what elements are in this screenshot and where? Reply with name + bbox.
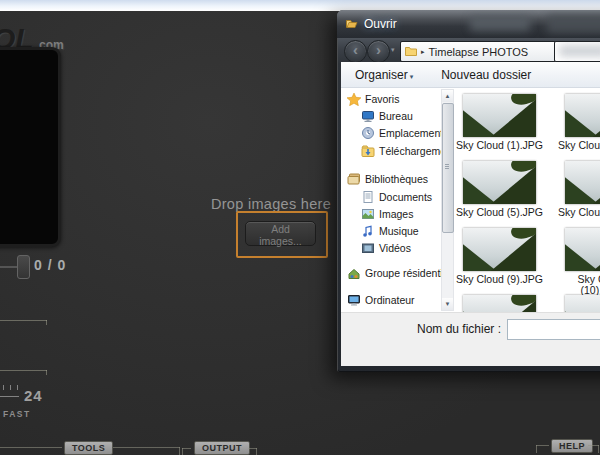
sidebar-item-musique[interactable]: Musique [361,223,419,238]
open-dialog: Ouvrir ‹ › ▾ ▸ Timelapse PHOTOS Organise… [337,10,600,372]
sidebar-item-label: Favoris [365,93,399,105]
fps-ruler-tick [10,385,11,390]
file-item[interactable]: Sky Cloud (10).JPG [565,228,600,271]
scrollbar-thumb[interactable] [442,103,454,233]
sidebar-item-emplacements[interactable]: Emplacements [361,125,443,140]
dialog-content: Organiser▾ Nouveau dossier Favoris Burea… [341,62,600,366]
music-icon [361,224,375,238]
filename-label: Nom du fichier : [391,322,501,336]
breadcrumb[interactable]: Timelapse PHOTOS [429,46,529,58]
sidebar-item-bureau[interactable]: Bureau [361,108,413,123]
panel-border-line [536,445,549,446]
history-dropdown-icon[interactable]: ▾ [391,46,395,54]
photo-thumbnail [463,295,536,312]
filename-input[interactable] [507,319,600,340]
sidebar-item-bibliotheques[interactable]: Bibliothèques [347,171,428,186]
sidebar-item-documents[interactable]: Documents [361,189,432,204]
sidebar-item-images[interactable]: Images [361,206,413,221]
file-name: Sky Cloud (2).JPG [558,140,600,151]
tree-branch [510,228,536,241]
tree-branch [510,94,536,107]
sidebar-item-label: Ordinateur [365,294,415,306]
file-name: Sky Cloud (9).JPG [456,274,543,285]
search-input[interactable] [554,41,600,62]
filename-bar: Nom du fichier : [341,312,600,366]
sidebar-item-label: Documents [379,191,432,203]
sidebar-item-telechargements[interactable]: Téléchargements [361,143,443,158]
photo-thumbnail [565,161,600,204]
frame-counter: 0 / 0 [34,257,66,273]
back-button[interactable]: ‹ [344,40,367,63]
file-item[interactable]: Sky Cloud (1).JPG [463,94,536,137]
scroll-down-icon[interactable]: ▼ [442,298,453,310]
add-images-button[interactable]: Add images... [245,221,316,246]
file-item[interactable]: Sky Cloud (5).JPG [463,161,536,204]
help-button[interactable]: HELP [551,439,593,453]
sidebar-item-ordinateur[interactable]: Ordinateur [347,292,415,307]
forward-arrow-icon: › [376,41,381,58]
scroll-up-icon[interactable]: ▲ [442,90,453,102]
dialog-toolbar: Organiser▾ Nouveau dossier [341,62,600,88]
sidebar-item-label: Bureau [379,110,413,122]
star-icon [347,92,361,106]
organize-label: Organiser [355,68,408,82]
downloads-icon [361,144,375,158]
sidebar-item-label: Images [379,208,413,220]
photo-thumbnail [463,228,536,271]
tree-branch [510,161,536,174]
breadcrumb-arrow-icon: ▸ [421,48,425,56]
fps-ruler-line [0,396,19,397]
file-name: Sky Cloud (10).JPG [571,274,600,296]
file-name: Sky Cloud (5).JPG [456,207,543,218]
sidebar-scrollbar[interactable]: ▲ ▼ [441,89,454,311]
file-item[interactable] [463,295,536,312]
speed-label: FAST [3,409,31,419]
sidebar-item-videos[interactable]: Vidéos [361,240,411,255]
screen: OL.com 0 / 0 Drop images here Add images… [0,0,600,455]
file-item[interactable]: Sky Cloud (9).JPG [463,228,536,271]
dialog-titlebar[interactable]: Ouvrir [337,10,600,38]
panel-border-line [46,320,47,325]
fps-ruler-tick [3,385,4,390]
file-name: Sky Cloud (6).JPG [558,207,600,218]
file-grid: Sky Cloud (1).JPG Sky Cloud (2).JPG Sky … [454,88,600,312]
tools-button[interactable]: TOOLS [64,441,113,455]
sidebar-item-label: Téléchargements [379,145,443,157]
file-item[interactable] [565,295,600,312]
panel-border-line [536,445,537,453]
dialog-title: Ouvrir [364,17,397,31]
panel-border-line [182,448,191,449]
desktop-icon [361,109,375,123]
file-item[interactable]: Sky Cloud (6).JPG [565,161,600,204]
photo-thumbnail [565,295,600,312]
organize-menu[interactable]: Organiser▾ [355,68,413,82]
sidebar-item-label: Musique [379,225,419,237]
blurred-region [559,45,600,57]
forward-button[interactable]: › [367,40,390,63]
frame-slider-handle[interactable] [17,255,30,279]
output-button[interactable]: OUTPUT [194,441,250,455]
libraries-icon [347,172,361,186]
file-browser: Favoris Bureau Emplacements Téléchargeme… [341,88,600,312]
panel-border-line [46,370,47,375]
new-folder-button[interactable]: Nouveau dossier [441,68,531,82]
panel-border-line [179,447,180,455]
sidebar-item-groupe-residentiel[interactable]: Groupe résidentiel [347,265,443,280]
homegroup-icon [347,266,361,280]
pictures-icon [361,207,375,221]
address-bar[interactable]: ▸ Timelapse PHOTOS [400,41,558,62]
blurred-region [470,16,530,31]
sidebar-item-favoris[interactable]: Favoris [347,91,399,106]
file-item[interactable]: Sky Cloud (2).JPG [565,94,600,137]
open-dialog-icon [345,17,358,30]
computer-icon [347,293,361,307]
sidebar-item-label: Bibliothèques [365,173,428,185]
panel-border-line [0,447,62,448]
back-arrow-icon: ‹ [353,41,358,58]
folder-icon [405,46,417,57]
photo-thumbnail [463,161,536,204]
sidebar-item-label: Vidéos [379,242,411,254]
panel-border-line [0,370,47,371]
fps-value: 24 [24,387,43,404]
document-icon [361,190,375,204]
